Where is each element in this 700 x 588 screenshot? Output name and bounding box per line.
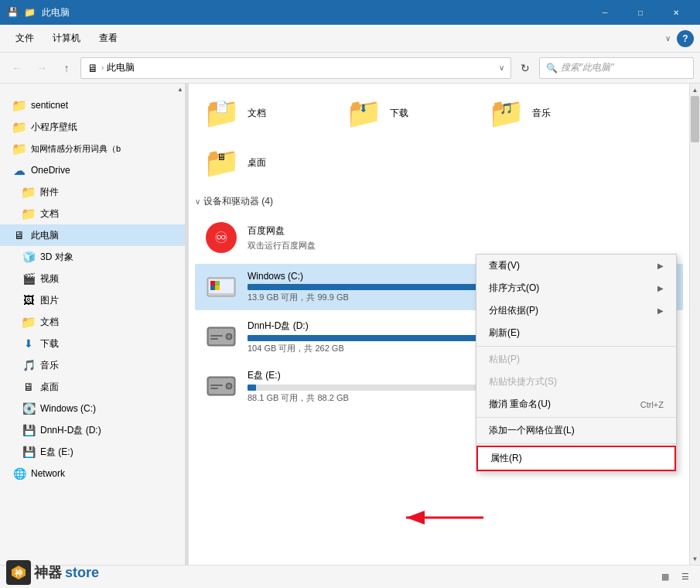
search-bar[interactable]: 🔍 搜索"此电脑" [539,57,694,79]
help-button[interactable]: ? [677,30,694,47]
drive-e-icon [203,368,240,405]
main-area: ▲ 📁 senticnet 📁 小程序壁纸 📁 知网情感分析用词典（b ☁ On… [0,84,700,565]
svg-rect-17 [210,385,223,386]
address-bar[interactable]: 🖥 › 此电脑 ∨ [80,57,511,79]
address-separator: › [101,63,104,72]
sidebar-item-docs[interactable]: 📁 文档 [0,311,185,333]
folders-grid: 📁 📄 文档 📁 ⬇ 下载 [195,90,683,186]
sidebar-item-attachments[interactable]: 📁 附件 [0,181,185,203]
sidebar-item-onedrive[interactable]: ☁ OneDrive [0,159,185,181]
download-icon: ⬇ [22,337,36,350]
breadcrumb-folder-icon: 🖥 [87,62,98,74]
sidebar-item-downloads[interactable]: ⬇ 下载 [0,333,185,354]
folder-label: 桌面 [248,156,266,169]
ctx-refresh[interactable]: 刷新(E) [476,322,676,344]
sidebar-item-label: 下载 [40,337,59,350]
devices-section-header: ∨ 设备和驱动器 (4) [195,192,683,211]
folder-item-documents[interactable]: 📁 📄 文档 [195,90,334,136]
refresh-button[interactable]: ↻ [514,57,536,79]
docs-folder-icon: 📁 📄 [203,94,240,132]
view-grid-button[interactable]: ▦ [657,569,674,586]
menu-file[interactable]: 文件 [6,27,43,50]
sidebar-scroll-up[interactable]: ▲ [177,86,183,93]
sidebar-item-label: 文档 [40,207,59,220]
ctx-paste-shortcut[interactable]: 粘贴快捷方式(S) [476,371,676,393]
scroll-down-arrow[interactable]: ▼ [690,552,700,565]
ctx-refresh-label: 刷新(E) [489,326,520,340]
sidebar-item-desktop[interactable]: 🖥 桌面 [0,376,185,398]
svg-rect-3 [210,281,215,285]
scrollbar-thumb[interactable] [691,96,699,142]
folder-icon: 📁 [22,185,36,199]
breadcrumb-text: 此电脑 [107,61,135,74]
statusbar-view-controls: ▦ ☰ [657,569,694,586]
content-scrollbar[interactable]: ▲ ▼ [689,84,700,565]
ctx-view[interactable]: 查看(V) ▶ [476,255,676,277]
menu-chevron[interactable]: ∨ [665,34,671,43]
ctx-undo-rename[interactable]: 撤消 重命名(U) Ctrl+Z [476,393,676,415]
sidebar-item-network[interactable]: 🌐 Network [0,463,185,484]
ctx-sort[interactable]: 排序方式(O) ▶ [476,277,676,299]
ctx-add-network[interactable]: 添加一个网络位置(L) [476,419,676,442]
sidebar-item-photos[interactable]: 🖼 图片 [0,289,185,311]
sidebar-item-music[interactable]: 🎵 音乐 [0,354,185,376]
sidebar-item-label: Windows (C:) [40,403,96,414]
svg-rect-6 [215,285,220,290]
menu-computer[interactable]: 计算机 [43,27,90,50]
baidu-drive-name: 百度网盘 [248,224,675,238]
sidebar-item-c-drive[interactable]: 💽 Windows (C:) [0,398,185,419]
download-folder-icon: 📁 ⬇ [345,94,382,132]
ctx-paste-label: 粘贴(P) [489,353,520,366]
folder-item-downloads[interactable]: 📁 ⬇ 下载 [337,90,476,136]
drive-e-icon: 💾 [22,445,36,459]
svg-text:神: 神 [14,569,22,577]
sidebar-item-zhiwang[interactable]: 📁 知网情感分析用词典（b [0,138,185,159]
music-folder-icon: 📁 🎵 [487,94,524,132]
computer-icon: 🖥 [12,228,26,242]
folder-item-music[interactable]: 📁 🎵 音乐 [480,90,619,136]
sidebar-item-xiaocheng[interactable]: 📁 小程序壁纸 [0,116,185,138]
ctx-separator-3 [476,443,676,444]
sidebar-item-thispc[interactable]: 🖥 此电脑 [0,224,185,246]
sidebar-item-video[interactable]: 🎬 视频 [0,268,185,289]
address-dropdown-icon[interactable]: ∨ [499,63,504,72]
ctx-sort-label: 排序方式(O) [489,282,539,295]
ctx-properties-label: 属性(R) [490,452,522,465]
search-icon: 🔍 [546,63,558,74]
ctx-group[interactable]: 分组依据(P) ▶ [476,299,676,322]
sidebar-item-label: DnnH-D盘 (D:) [40,424,101,437]
sidebar-item-label: 文档 [40,316,59,329]
menubar: 文件 计算机 查看 ∨ ? [0,25,700,53]
ctx-paste[interactable]: 粘贴(P) [476,348,676,371]
up-button[interactable]: ↑ [56,57,77,79]
section-toggle[interactable]: ∨ [195,197,200,206]
forward-button[interactable]: → [31,57,53,79]
brand-name: 神器 [34,563,62,582]
minimize-button[interactable]: ─ [587,0,623,25]
view-list-button[interactable]: ☰ [677,569,694,586]
folder-icon: 📁 [23,6,36,19]
close-button[interactable]: ✕ [658,0,694,25]
menu-view[interactable]: 查看 [90,27,127,50]
ctx-network-label: 添加一个网络位置(L) [489,424,575,437]
scroll-up-arrow[interactable]: ▲ [690,84,700,96]
maximize-button[interactable]: □ [623,0,658,25]
sidebar-item-label: OneDrive [31,165,70,176]
back-button[interactable]: ← [6,57,28,79]
folder-item-desktop[interactable]: 📁 🖥 桌面 [195,139,334,186]
drive-d-icon: 💾 [22,423,36,437]
sidebar-item-d-drive[interactable]: 💾 DnnH-D盘 (D:) [0,419,185,441]
ctx-properties[interactable]: 属性(R) [476,446,676,471]
sidebar-item-e-drive[interactable]: 💾 E盘 (E:) [0,441,185,463]
sidebar-item-label: 小程序壁纸 [31,121,77,134]
sidebar-item-documents[interactable]: 📁 文档 [0,203,185,224]
ctx-arrow-icon: ▶ [657,306,664,315]
baidu-drive-info: 百度网盘 双击运行百度网盘 [248,224,675,251]
3d-icon: 🧊 [22,250,36,264]
sidebar-item-label: 知网情感分析用词典（b [31,143,121,155]
scrollbar-track[interactable] [690,96,700,552]
sidebar-item-3d[interactable]: 🧊 3D 对象 [0,246,185,268]
ctx-separator-1 [476,346,676,347]
sidebar-item-senticnet[interactable]: 📁 senticnet [0,94,185,116]
desktop-folder-icon: 📁 🖥 [203,144,240,181]
